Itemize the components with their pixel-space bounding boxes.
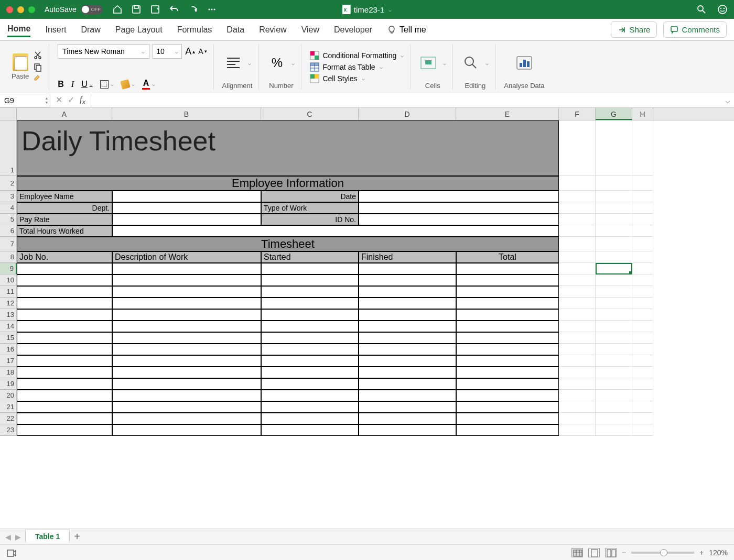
editing-button[interactable] (461, 53, 480, 72)
col-header-B[interactable]: B (112, 108, 261, 120)
table-cell[interactable] (456, 413, 559, 424)
cell[interactable] (632, 367, 653, 378)
borders-button[interactable]: ⌵ (100, 80, 114, 89)
autosave-switch[interactable]: OFF (81, 5, 103, 14)
cell[interactable] (559, 332, 596, 344)
table-cell[interactable] (261, 355, 359, 367)
enter-formula-button[interactable]: ✓ (68, 95, 74, 106)
row-header-1[interactable]: 1 (0, 120, 17, 176)
table-cell[interactable] (456, 321, 559, 332)
cell[interactable] (559, 378, 596, 390)
cell[interactable] (632, 321, 653, 332)
col-header-G[interactable]: G (596, 108, 632, 120)
row-header-23[interactable]: 23 (0, 424, 17, 436)
table-cell[interactable] (261, 390, 359, 401)
cell[interactable] (559, 321, 596, 332)
cell[interactable] (596, 332, 632, 344)
table-cell[interactable] (261, 401, 359, 413)
cell[interactable] (559, 355, 596, 367)
share-button[interactable]: Share (611, 21, 657, 38)
cell[interactable] (559, 367, 596, 378)
table-cell[interactable] (17, 367, 112, 378)
italic-button[interactable]: I (71, 80, 74, 89)
tab-draw[interactable]: Draw (81, 23, 100, 37)
table-cell[interactable] (359, 332, 456, 344)
cell[interactable] (632, 344, 653, 355)
cell[interactable] (559, 309, 596, 321)
cell[interactable] (559, 263, 596, 274)
font-color-button[interactable]: A⌵ (142, 79, 156, 90)
tab-view[interactable]: View (301, 23, 319, 37)
close-window-button[interactable] (6, 6, 13, 13)
table-cell[interactable] (359, 378, 456, 390)
table-cell[interactable] (17, 274, 112, 286)
table-cell[interactable] (359, 401, 456, 413)
undo-icon[interactable] (169, 4, 179, 15)
comments-button[interactable]: Comments (663, 21, 727, 38)
cell[interactable] (596, 344, 632, 355)
tell-me-search[interactable]: Tell me (387, 25, 426, 35)
col-header-C[interactable]: C (261, 108, 359, 120)
table-cell[interactable] (359, 424, 456, 436)
table-cell[interactable] (17, 309, 112, 321)
cell-section-ts[interactable]: Timesheet (17, 237, 559, 251)
cell-B3[interactable] (112, 191, 261, 202)
page-layout-view-button[interactable] (588, 548, 600, 557)
cell-section-emp[interactable]: Employee Information (17, 176, 559, 191)
cell[interactable] (596, 321, 632, 332)
row-header-19[interactable]: 19 (0, 378, 17, 390)
cell[interactable] (596, 298, 632, 309)
table-cell[interactable] (17, 321, 112, 332)
cell[interactable] (559, 286, 596, 298)
decrease-font-button[interactable]: A▾ (198, 47, 207, 56)
cell[interactable] (596, 355, 632, 367)
table-cell[interactable] (359, 390, 456, 401)
table-cell[interactable] (112, 332, 261, 344)
table-cell[interactable] (261, 286, 359, 298)
cell[interactable] (632, 286, 653, 298)
number-format-button[interactable]: % (267, 53, 286, 72)
bold-button[interactable]: B (58, 80, 64, 89)
smiley-icon[interactable] (717, 4, 728, 15)
row-header-4[interactable]: 4 (0, 202, 17, 214)
row-header-17[interactable]: 17 (0, 355, 17, 367)
table-cell[interactable] (112, 367, 261, 378)
cell-styles-button[interactable]: Cell Styles⌵ (310, 74, 404, 83)
cell[interactable] (632, 401, 653, 413)
cell-C3[interactable]: Date (261, 191, 359, 202)
conditional-formatting-button[interactable]: Conditional Formatting⌵ (310, 51, 404, 60)
next-sheet-button[interactable]: ▶ (15, 533, 21, 541)
cell-B5[interactable] (112, 214, 261, 225)
col-header-A[interactable]: A (17, 108, 112, 120)
cell[interactable] (559, 298, 596, 309)
autosave-toggle[interactable]: AutoSave OFF (45, 5, 103, 14)
search-icon[interactable] (696, 4, 707, 15)
cells-button[interactable] (419, 53, 438, 72)
cell[interactable] (596, 390, 632, 401)
table-cell[interactable] (112, 298, 261, 309)
row-header-11[interactable]: 11 (0, 286, 17, 298)
tab-formulas[interactable]: Formulas (177, 23, 212, 37)
table-cell[interactable] (261, 321, 359, 332)
cell[interactable] (632, 355, 653, 367)
table-cell[interactable] (456, 298, 559, 309)
chevron-down-icon[interactable]: ⌵ (292, 60, 295, 66)
minimize-window-button[interactable] (17, 6, 24, 13)
paste-button[interactable]: Paste (12, 53, 29, 80)
font-size-select[interactable]: 10⌵ (153, 44, 182, 59)
alignment-button[interactable] (224, 53, 243, 72)
row-header-9[interactable]: 9 (0, 263, 17, 274)
name-box[interactable]: G9 ▴▾ (0, 94, 50, 107)
more-icon[interactable] (207, 4, 217, 15)
table-cell[interactable] (17, 424, 112, 436)
table-cell[interactable] (17, 332, 112, 344)
add-sheet-button[interactable]: + (74, 531, 80, 543)
format-painter-button[interactable] (33, 74, 42, 83)
cell-D5[interactable] (359, 214, 559, 225)
zoom-in-button[interactable]: + (699, 548, 704, 557)
table-cell[interactable] (359, 344, 456, 355)
cell[interactable] (596, 401, 632, 413)
row-header-20[interactable]: 20 (0, 390, 17, 401)
cell-B6[interactable] (112, 225, 559, 237)
cell[interactable] (596, 378, 632, 390)
